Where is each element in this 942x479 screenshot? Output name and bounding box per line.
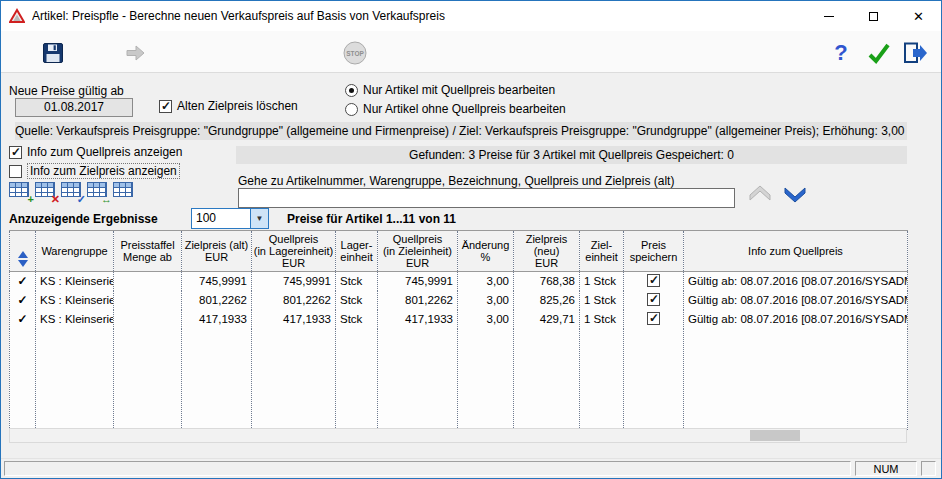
empty-table-area [10,329,908,430]
radio-without-source[interactable]: Nur Artikel ohne Quellpreis bearbeiten [345,102,566,116]
header-quellpreis-ziel[interactable]: Quellpreis (in Zieleinheit) EUR [378,231,458,272]
header-quellpreis-lager[interactable]: Quellpreis (in Lagereinheit) EUR [252,231,336,272]
table-header-row: Warengruppe Preisstaffel Menge ab Zielpr… [10,231,908,272]
info-source-checkbox[interactable]: Info zum Quellpreis anzeigen [9,145,182,159]
header-aenderung[interactable]: Änderung % [458,231,514,272]
cell-preisstaffel [114,272,182,291]
green-check-icon [866,41,892,65]
row-select-cell[interactable]: ✓ [10,272,36,291]
help-button[interactable]: ? [827,39,855,67]
cell-warengruppe: KS : Kleinserie [36,291,114,310]
header-warengruppe[interactable]: Warengruppe [36,231,114,272]
radio-circle[interactable] [345,84,358,97]
row-select-cell[interactable]: ✓ [10,310,36,329]
app-logo-icon [9,8,25,24]
cell-info: Gültig ab: 08.07.2016 [08.07.2016/SYSADM… [684,291,908,310]
row-selected-check-icon: ✓ [17,274,27,288]
goto-down-button[interactable] [782,184,808,204]
goto-up-button[interactable] [747,184,773,204]
source-target-info-bar: Quelle: Verkaufspreis Preisgruppe: "Grun… [15,122,907,140]
results-count-value: 100 [192,209,250,228]
chevron-down-icon[interactable]: ▼ [250,209,268,228]
header-preis-speichern[interactable]: Preis speichern [624,231,684,272]
cell-zielpreis_alt: 801,2262 [182,291,252,310]
valid-from-field[interactable]: 01.08.2017 [15,98,133,117]
scrollbar-thumb[interactable] [750,430,800,441]
close-icon: ✕ [913,9,924,24]
confirm-button[interactable] [865,39,893,67]
cell-aenderung: 3,00 [458,291,514,310]
cell-quellpreis_ziel: 745,9991 [378,272,458,291]
results-count-select[interactable]: 100 ▼ [191,208,269,229]
header-zielpreis-alt[interactable]: Zielpreis (alt) EUR [182,231,252,272]
cell-zieleinheit: 1 Stck [580,291,624,310]
preis-speichern-checkbox[interactable] [647,274,660,287]
cell-zielpreis_alt: 745,9991 [182,272,252,291]
status-end-panel [921,461,936,476]
exit-button[interactable] [901,39,929,67]
close-button[interactable]: ✕ [896,2,941,31]
header-lagereinheit[interactable]: Lager- einheit [336,231,378,272]
cell-lagereinheit: Stck [336,291,378,310]
grid-swap-button[interactable]: ↔ [87,182,111,202]
forward-button[interactable] [121,39,149,67]
svg-text:STOP: STOP [346,50,364,57]
found-info-bar: Gefunden: 3 Preise für 3 Artikel mit Que… [236,146,907,164]
sort-header[interactable] [10,231,36,272]
cell-zielpreis_neu: 825,26 [514,291,580,310]
preis-speichern-checkbox[interactable] [647,312,660,325]
preis-speichern-checkbox[interactable] [647,293,660,306]
checkbox-box[interactable] [159,100,172,113]
grid-delete-button[interactable]: ✕ [35,182,59,202]
range-label: Preise für Artikel 1...11 von 11 [287,212,456,226]
radio-circle[interactable] [345,103,358,116]
horizontal-scrollbar[interactable] [9,428,907,443]
minimize-icon [824,16,834,17]
goto-input[interactable] [238,188,735,208]
cell-quellpreis_ziel: 801,2262 [378,291,458,310]
cell-quellpreis_lager: 801,2262 [252,291,336,310]
checkbox-box[interactable] [9,165,22,178]
cell-zielpreis_neu: 429,71 [514,310,580,329]
table-row[interactable]: ✓KS : Kleinserie417,1933417,1933Stck417,… [10,310,908,329]
grid-add-button[interactable]: + [9,182,33,202]
delete-old-target-checkbox[interactable]: Alten Zielpreis löschen [159,99,298,113]
grid-apply-button[interactable]: ✓ [61,182,85,202]
sort-up-down-icon[interactable] [18,251,28,267]
title-bar: Artikel: Preispfle - Berechne neuen Verk… [1,1,941,31]
checkbox-label: Info zum Zielpreis anzeigen [27,163,180,179]
results-count-label: Anzuzeigende Ergebnisse [9,212,158,226]
stop-button[interactable]: STOP [341,39,369,67]
minimize-button[interactable] [806,2,851,31]
checkbox-box[interactable] [9,146,22,159]
radio-with-source[interactable]: Nur Artikel mit Quellpreis bearbeiten [345,83,555,97]
info-target-checkbox[interactable]: Info zum Zielpreis anzeigen [9,163,180,179]
header-zielpreis-neu[interactable]: Zielpreis (neu) EUR [514,231,580,272]
table-row[interactable]: ✓KS : Kleinserie801,2262801,2262Stck801,… [10,291,908,310]
cell-aenderung: 3,00 [458,272,514,291]
maximize-button[interactable] [851,2,896,31]
header-preisstaffel[interactable]: Preisstaffel Menge ab [114,231,182,272]
cell-aenderung: 3,00 [458,310,514,329]
cell-preisstaffel [114,291,182,310]
row-select-cell[interactable]: ✓ [10,291,36,310]
cell-preisstaffel [114,310,182,329]
maximize-icon [869,12,878,21]
table-row[interactable]: ✓KS : Kleinserie745,9991745,9991Stck745,… [10,272,908,291]
save-button[interactable] [39,39,67,67]
radio-label: Nur Artikel ohne Quellpreis bearbeiten [363,102,566,116]
help-icon: ? [834,40,847,66]
cell-zieleinheit: 1 Stck [580,310,624,329]
cell-zielpreis_neu: 768,38 [514,272,580,291]
app-window: Artikel: Preispfle - Berechne neuen Verk… [0,0,942,479]
header-info-quellpreis[interactable]: Info zum Quellpreis [684,231,908,272]
cell-quellpreis_ziel: 417,1933 [378,310,458,329]
stop-icon: STOP [342,40,368,66]
cell-info: Gültig ab: 08.07.2016 [08.07.2016/SYSADM… [684,310,908,329]
cell-zieleinheit: 1 Stck [580,272,624,291]
grid-plain-button[interactable] [113,182,137,202]
header-zieleinheit[interactable]: Ziel- einheit [580,231,624,272]
cell-lagereinheit: Stck [336,310,378,329]
main-area: Neue Preise gültig ab 01.08.2017 Alten Z… [1,73,941,458]
save-icon [41,41,65,65]
